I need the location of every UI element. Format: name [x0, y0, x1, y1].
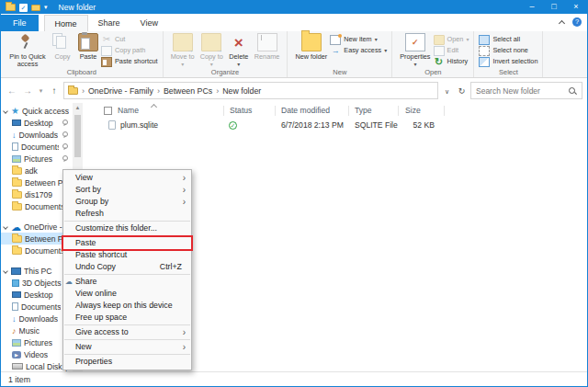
copy-path-button: Copy path — [101, 45, 158, 56]
menu-item-label: Paste — [75, 238, 96, 247]
context-menu-item-free-up-space[interactable]: Free up space — [63, 312, 191, 324]
ribbon: Pin to Quick accessCopyPasteCutCopy path… — [1, 31, 587, 78]
new-item-button[interactable]: New item▾ — [330, 34, 387, 45]
folder-icon — [12, 203, 22, 211]
cloud-icon — [11, 222, 21, 232]
tab-view[interactable]: View — [130, 15, 168, 31]
sidebar-item-label: This PC — [24, 267, 52, 276]
collapse-ribbon-icon[interactable] — [559, 20, 566, 25]
move-to-button: Move to▾ — [168, 33, 198, 68]
column-separator[interactable] — [398, 106, 399, 116]
qat-new-folder-icon[interactable] — [31, 5, 40, 11]
context-menu-item-paste-shortcut[interactable]: Paste shortcut — [63, 249, 191, 261]
breadcrumb-segment-between-pcs[interactable]: Between PCs — [164, 86, 212, 96]
ribbon-group-new: New folderNew item▾Easy access▾New — [288, 31, 392, 77]
paste-shortcut-button[interactable]: Paste shortcut — [101, 56, 158, 67]
delete-button[interactable]: Delete▾ — [226, 33, 252, 68]
folder-icon — [12, 247, 22, 255]
sidebar-item-label: Documents — [21, 142, 59, 152]
titlebar: ✓ ▾ New folder – □ × — [1, 1, 587, 14]
history-button[interactable]: History — [434, 56, 469, 67]
sidebar-item-documents[interactable]: Documents — [1, 141, 73, 153]
breadcrumb-segment-new-folder[interactable]: New folder — [222, 86, 261, 96]
new-folder-button[interactable]: New folder — [292, 33, 330, 61]
folder-icon — [12, 179, 22, 187]
paste-button[interactable]: Paste — [75, 33, 101, 61]
recent-locations-icon[interactable] — [37, 87, 45, 95]
qat-properties-icon[interactable]: ✓ — [19, 4, 28, 12]
context-menu-item-paste[interactable]: Paste — [63, 237, 191, 249]
column-separator[interactable] — [223, 106, 224, 116]
context-menu-item-view-online[interactable]: View online — [63, 288, 191, 300]
app-folder-icon — [6, 4, 16, 11]
properties-icon — [405, 33, 425, 51]
address-dropdown-icon[interactable] — [441, 86, 453, 96]
easy-access-icon — [330, 46, 341, 56]
tab-home[interactable]: Home — [44, 15, 88, 31]
context-menu-item-refresh[interactable]: Refresh — [63, 208, 191, 220]
context-menu-item-undo-copy[interactable]: Undo CopyCtrl+Z — [63, 261, 191, 273]
dropdown-arrow-icon: ▾ — [384, 45, 387, 56]
invert-selection-button[interactable]: Invert selection — [479, 56, 537, 67]
context-menu-item-customize-this-folder[interactable]: Customize this folder... — [63, 222, 191, 234]
sidebar-item-label: Desktop — [24, 290, 53, 300]
column-header-name[interactable]: Name — [118, 103, 139, 118]
column-separator[interactable] — [348, 106, 349, 116]
edit-icon — [434, 46, 445, 56]
menu-item-label: Paste shortcut — [75, 250, 127, 259]
context-menu-item-give-access-to[interactable]: Give access to› — [63, 326, 191, 338]
context-menu-item-sort-by[interactable]: Sort by› — [63, 184, 191, 196]
back-button[interactable] — [6, 85, 18, 96]
menu-item-label: Give access to — [75, 327, 129, 336]
context-menu-item-always-keep-on-this-device[interactable]: Always keep on this device — [63, 300, 191, 312]
context-menu-item-group-by[interactable]: Group by› — [63, 196, 191, 208]
tab-share[interactable]: Share — [88, 15, 130, 31]
column-header-status[interactable]: Status — [230, 103, 252, 118]
menu-shortcut: Ctrl+Z — [160, 261, 182, 273]
select-all-button[interactable]: Select all — [479, 34, 537, 45]
select-all-checkbox[interactable] — [104, 107, 112, 115]
easy-access-button[interactable]: Easy access▾ — [330, 45, 387, 56]
context-menu-item-view[interactable]: View› — [63, 172, 191, 184]
select-none-button[interactable]: Select none — [479, 45, 537, 56]
column-header-size[interactable]: Size — [405, 103, 421, 118]
tab-file[interactable]: File — [1, 15, 39, 31]
forward-button[interactable] — [21, 85, 34, 96]
ribbon-group-label: Organize — [164, 68, 288, 77]
up-button[interactable] — [48, 85, 61, 96]
paste-shortcut-icon — [101, 57, 112, 67]
properties-button[interactable]: Properties▾ — [397, 33, 433, 68]
sidebar-item-label: Documents — [21, 302, 61, 312]
sidebar-item-label: Music — [19, 326, 40, 336]
menu-item-label: Properties — [75, 357, 112, 366]
refresh-icon[interactable] — [456, 86, 468, 96]
search-placeholder: Search New folder — [476, 86, 565, 96]
sidebar-item-pictures[interactable]: Pictures — [1, 153, 73, 165]
minimize-button[interactable]: – — [521, 1, 543, 14]
ribbon-group-select: Select allSelect noneInvert selectionSel… — [474, 31, 543, 77]
menu-item-label: Free up space — [75, 313, 127, 322]
search-input[interactable]: Search New folder — [470, 82, 582, 99]
column-header-type[interactable]: Type — [355, 103, 372, 118]
qat-customize-icon[interactable]: ▾ — [44, 1, 48, 14]
column-header-date-modified[interactable]: Date modified — [281, 103, 330, 118]
column-separator[interactable] — [444, 106, 445, 116]
file-row[interactable]: plum.sqlite 6/7/2018 2:13 PM SQLITE File… — [1, 119, 587, 132]
chevron-down-icon[interactable] — [3, 268, 8, 274]
open-folder-icon — [434, 35, 445, 45]
close-button[interactable]: × — [565, 1, 587, 14]
chevron-down-icon[interactable] — [3, 224, 8, 230]
breadcrumb[interactable]: ›OneDrive - Family›Between PCs›New folde… — [63, 82, 438, 99]
ribbon-tabs: FileHomeShareView — [1, 14, 587, 31]
context-menu-item-properties[interactable]: Properties — [63, 356, 191, 368]
window-controls: – □ × — [521, 1, 587, 14]
context-menu-item-new[interactable]: New› — [63, 341, 191, 353]
column-separator[interactable] — [275, 106, 276, 116]
maximize-button[interactable]: □ — [543, 1, 565, 14]
pin-to-quick-access-button[interactable]: Pin to Quick access — [6, 33, 50, 68]
menu-separator — [64, 324, 190, 325]
breadcrumb-segment-onedrive-family[interactable]: OneDrive - Family — [88, 86, 153, 96]
help-icon[interactable] — [572, 17, 582, 27]
menu-item-label: Refresh — [75, 209, 104, 218]
context-menu-item-share[interactable]: Share — [63, 276, 191, 288]
